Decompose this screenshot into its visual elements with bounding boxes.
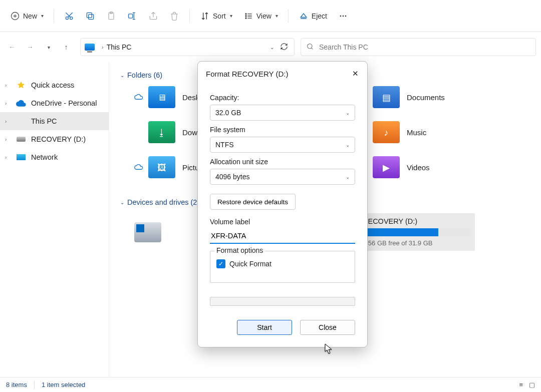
sidebar-item-onedrive[interactable]: › OneDrive - Personal bbox=[0, 94, 109, 112]
up-button[interactable]: ↑ bbox=[58, 39, 74, 55]
sidebar-item-label: RECOVERY (D:) bbox=[31, 135, 86, 143]
share-button[interactable] bbox=[143, 7, 163, 25]
recent-locations-button[interactable]: ▾ bbox=[40, 39, 56, 55]
chevron-right-icon: › bbox=[102, 44, 104, 50]
sort-button[interactable]: Sort ▾ bbox=[195, 7, 237, 25]
restore-defaults-button[interactable]: Restore device defaults bbox=[210, 194, 296, 210]
search-input[interactable]: Search This PC bbox=[301, 38, 536, 56]
chevron-down-icon: ▾ bbox=[276, 13, 278, 19]
back-button[interactable]: ← bbox=[4, 39, 20, 55]
drive-icon bbox=[16, 135, 26, 144]
refresh-button[interactable] bbox=[280, 43, 288, 52]
view-label: View bbox=[256, 12, 272, 20]
chevron-right-icon: › bbox=[5, 83, 11, 88]
svg-point-14 bbox=[308, 44, 312, 48]
sidebar-item-recovery-drive[interactable]: › RECOVERY (D:) bbox=[0, 130, 109, 148]
chevron-down-icon: ▾ bbox=[230, 13, 232, 19]
status-item-count: 8 items bbox=[6, 381, 27, 388]
status-selection: 1 item selected bbox=[42, 381, 85, 388]
folder-music[interactable]: ♪ Music bbox=[373, 121, 531, 143]
network-icon bbox=[16, 153, 26, 162]
volume-label-input[interactable] bbox=[210, 229, 355, 244]
allocation-select[interactable]: 4096 bytes⌄ bbox=[210, 169, 355, 185]
eject-button[interactable]: Eject bbox=[294, 7, 332, 25]
drive-icon bbox=[134, 222, 161, 242]
paste-button[interactable] bbox=[101, 7, 121, 25]
svg-point-10 bbox=[245, 18, 246, 19]
svg-rect-3 bbox=[89, 14, 94, 19]
chevron-down-icon: ⌄ bbox=[346, 110, 350, 116]
format-options-legend: Format options bbox=[214, 246, 265, 254]
view-icon bbox=[243, 11, 253, 21]
new-button[interactable]: New ▾ bbox=[5, 7, 49, 25]
folder-label: Videos bbox=[407, 163, 430, 172]
folder-label: Documents bbox=[407, 93, 445, 102]
copy-button[interactable] bbox=[80, 7, 100, 25]
checkbox-checked-icon: ✓ bbox=[216, 259, 225, 268]
cloud-icon bbox=[16, 99, 26, 108]
plus-circle-icon bbox=[10, 11, 20, 21]
capacity-select[interactable]: 32.0 GB⌄ bbox=[210, 105, 355, 121]
chevron-right-icon: › bbox=[5, 137, 11, 142]
close-dialog-button[interactable]: Close bbox=[300, 320, 355, 335]
svg-rect-4 bbox=[87, 13, 92, 18]
more-icon bbox=[338, 11, 348, 21]
picture-icon: 🖼 bbox=[152, 161, 171, 174]
folder-label: Music bbox=[407, 128, 426, 137]
breadcrumb-location: This PC bbox=[107, 43, 132, 51]
drive-capacity-bar bbox=[363, 228, 471, 236]
cloud-sync-icon bbox=[134, 93, 144, 101]
sidebar-item-network[interactable]: › Network bbox=[0, 148, 109, 166]
folder-documents[interactable]: ▤ Documents bbox=[373, 86, 531, 108]
eject-icon bbox=[299, 11, 309, 21]
sidebar: › Quick access › OneDrive - Personal › T… bbox=[0, 62, 109, 377]
view-button[interactable]: View ▾ bbox=[238, 7, 283, 25]
svg-point-11 bbox=[340, 15, 342, 17]
sidebar-item-label: OneDrive - Personal bbox=[31, 99, 97, 107]
sidebar-item-this-pc[interactable]: › This PC bbox=[0, 112, 109, 130]
desktop-icon: 🖥 bbox=[152, 91, 171, 104]
thumbnails-view-button[interactable]: ▢ bbox=[529, 381, 535, 388]
star-icon bbox=[16, 81, 26, 90]
allocation-label: Allocation unit size bbox=[210, 158, 355, 166]
svg-point-12 bbox=[343, 15, 344, 17]
document-icon: ▤ bbox=[377, 91, 396, 104]
music-icon: ♪ bbox=[377, 126, 396, 139]
dialog-title: Format RECOVERY (D:) bbox=[206, 70, 288, 78]
copy-icon bbox=[85, 11, 95, 21]
more-button[interactable] bbox=[333, 7, 353, 25]
svg-point-13 bbox=[345, 15, 347, 17]
search-icon bbox=[306, 43, 314, 52]
sort-label: Sort bbox=[213, 12, 226, 20]
sidebar-item-quick-access[interactable]: › Quick access bbox=[0, 76, 109, 94]
new-label: New bbox=[23, 12, 37, 20]
video-icon: ▶ bbox=[377, 161, 396, 174]
chevron-down-icon: ⌄ bbox=[120, 73, 124, 78]
chevron-down-icon: ⌄ bbox=[346, 142, 350, 148]
close-button[interactable]: ✕ bbox=[349, 68, 361, 80]
chevron-down-icon: ▾ bbox=[41, 13, 44, 19]
svg-point-8 bbox=[245, 13, 246, 14]
folder-videos[interactable]: ▶ Videos bbox=[373, 156, 531, 178]
toolbar: New ▾ Sort ▾ View ▾ Eject bbox=[0, 0, 541, 32]
capacity-label: Capacity: bbox=[210, 94, 355, 102]
sidebar-item-label: Network bbox=[31, 153, 58, 161]
chevron-right-icon: › bbox=[5, 101, 11, 106]
volume-label-label: Volume label bbox=[210, 218, 355, 226]
forward-button[interactable]: → bbox=[22, 39, 38, 55]
start-button[interactable]: Start bbox=[237, 320, 292, 335]
rename-button[interactable] bbox=[122, 7, 142, 25]
sort-icon bbox=[200, 11, 210, 21]
delete-button[interactable] bbox=[164, 7, 184, 25]
svg-rect-7 bbox=[129, 14, 133, 18]
file-system-select[interactable]: NTFS⌄ bbox=[210, 137, 355, 153]
rename-icon bbox=[127, 11, 137, 21]
quick-format-checkbox[interactable]: ✓ Quick Format bbox=[216, 259, 349, 268]
file-system-label: File system bbox=[210, 126, 355, 134]
details-view-button[interactable]: ≡ bbox=[519, 381, 523, 388]
share-icon bbox=[148, 11, 158, 21]
chevron-down-icon[interactable]: ⌄ bbox=[270, 45, 274, 50]
cut-button[interactable] bbox=[59, 7, 79, 25]
breadcrumb[interactable]: › This PC ⌄ bbox=[80, 38, 295, 56]
format-progress-bar bbox=[210, 297, 355, 306]
